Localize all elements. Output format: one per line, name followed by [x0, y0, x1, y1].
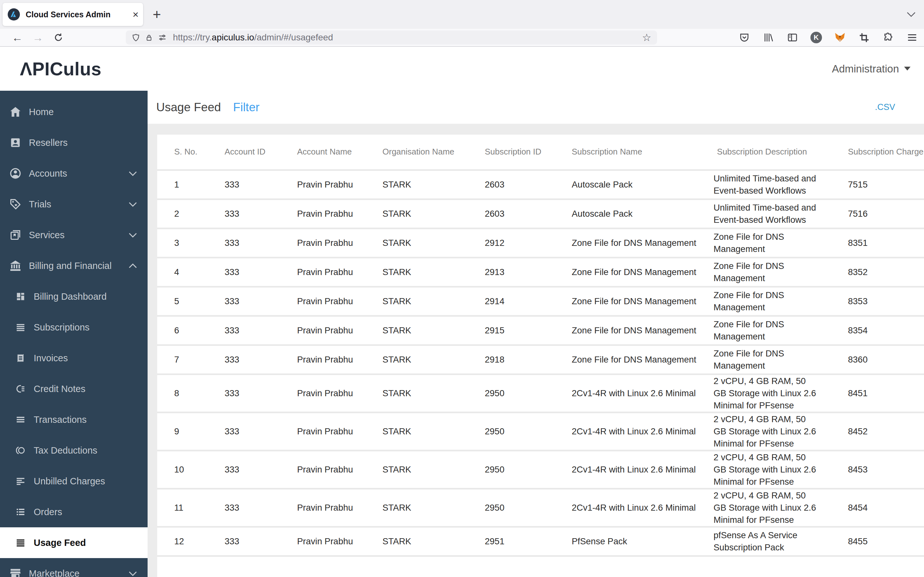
browser-tab[interactable]: Cloud Services Admin ×	[3, 3, 143, 26]
cell-subscription-charge: 8452	[831, 412, 924, 450]
pocket-icon[interactable]	[738, 31, 750, 44]
cell-subscription-charge: 8453	[831, 450, 924, 488]
sidebar-item-trials[interactable]: Trials	[0, 189, 148, 219]
sidebar-toggle-icon[interactable]	[787, 31, 798, 44]
chevron-down-icon	[129, 233, 137, 237]
trials-tag-icon	[9, 198, 22, 211]
cell-organisation-name: STARK	[363, 287, 465, 316]
receipt-icon	[15, 353, 26, 364]
sidebar-item-invoices[interactable]: Invoices	[0, 343, 148, 374]
column-header-account-name[interactable]: Account Name	[276, 135, 363, 170]
sidebar-item-label: Usage Feed	[34, 538, 86, 548]
back-button[interactable]: ←	[7, 29, 27, 46]
sidebar-item-home[interactable]: Home	[0, 97, 148, 127]
cell-account-id: 333	[205, 258, 276, 287]
cell-organisation-name: STARK	[363, 199, 465, 228]
table-header-row: S. No. Account ID Account Name Organisat…	[157, 135, 924, 170]
list-all-tabs-chevron-icon[interactable]	[907, 12, 916, 17]
column-header-subscription-charge[interactable]: Subscription Charge	[831, 135, 924, 170]
sidebar-item-usage-feed[interactable]: Usage Feed	[0, 527, 148, 558]
column-header-subscription-description[interactable]: Subscription Description	[693, 135, 831, 170]
cell-s-no: 10	[157, 450, 205, 488]
sidebar-item-subscriptions[interactable]: Subscriptions	[0, 312, 148, 343]
sidebar-item-label: Subscriptions	[34, 322, 89, 333]
cell-subscription-description: Zone File for DNS Management	[693, 287, 831, 316]
sidebar-item-credit-notes[interactable]: Credit Notes	[0, 374, 148, 404]
sidebar-item-tax-deductions[interactable]: Tax Deductions	[0, 435, 148, 466]
sidebar-item-label: Marketplace	[29, 568, 79, 577]
sidebar-item-resellers[interactable]: Resellers	[0, 127, 148, 158]
cell-subscription-charge: 8455	[831, 527, 924, 556]
home-icon	[9, 105, 22, 118]
cell-subscription-charge: 8451	[831, 374, 924, 412]
column-header-s-no[interactable]: S. No.	[157, 135, 205, 170]
cell-subscription-name: PfSense Pack	[552, 527, 693, 556]
browser-toolbar: ← → https://try.apiculus.io/admin/#/usag…	[0, 29, 924, 47]
bookmark-star-icon[interactable]: ☆	[642, 31, 651, 44]
table-row: 9 333 Pravin Prabhu STARK 2950 2Cv1-4R w…	[157, 412, 924, 450]
column-header-subscription-name[interactable]: Subscription Name	[552, 135, 693, 170]
cell-subscription-id: 2914	[465, 287, 552, 316]
browser-window: Cloud Services Admin × + ← → https://try…	[0, 0, 924, 577]
usage-feed-table: S. No. Account ID Account Name Organisat…	[157, 135, 924, 557]
filter-link[interactable]: Filter	[233, 101, 260, 114]
menu-hamburger-icon[interactable]	[906, 31, 918, 44]
metamask-fox-icon[interactable]	[834, 31, 846, 44]
column-header-organisation-name[interactable]: Organisation Name	[363, 135, 465, 170]
cell-subscription-description: 2 vCPU, 4 GB RAM, 50 GB Storage with Lin…	[693, 450, 831, 488]
services-icon	[9, 229, 22, 242]
cell-organisation-name: STARK	[363, 527, 465, 556]
cell-account-id: 333	[205, 527, 276, 556]
cell-organisation-name: STARK	[363, 170, 465, 199]
cell-subscription-charge: 8454	[831, 488, 924, 527]
main-content: Usage Feed Filter .CSV S. No. Acco	[148, 91, 924, 577]
csv-export-link[interactable]: .CSV	[875, 102, 895, 112]
cell-subscription-id: 2950	[465, 450, 552, 488]
sidebar-item-label: Accounts	[29, 168, 67, 179]
apiculus-favicon-icon	[8, 8, 20, 21]
reload-button[interactable]	[48, 29, 69, 46]
library-icon[interactable]	[762, 31, 774, 44]
permissions-icon[interactable]	[158, 33, 167, 42]
cell-account-name: Pravin Prabhu	[276, 374, 363, 412]
forward-button[interactable]: →	[27, 29, 48, 46]
cell-subscription-description: Zone File for DNS Management	[693, 258, 831, 287]
cell-subscription-description: 2 vCPU, 4 GB RAM, 50 GB Storage with Lin…	[693, 412, 831, 450]
sidebar-item-marketplace[interactable]: Marketplace	[0, 558, 148, 577]
cell-subscription-description: Unlimited Time-based and Event-based Wor…	[693, 199, 831, 228]
table-row: 10 333 Pravin Prabhu STARK 2950 2Cv1-4R …	[157, 450, 924, 488]
page-title: Usage Feed	[156, 101, 221, 114]
sidebar-item-billing-and-financial[interactable]: Billing and Financial	[0, 250, 148, 281]
chevron-down-icon	[129, 171, 137, 176]
sidebar-item-unbilled-charges[interactable]: Unbilled Charges	[0, 466, 148, 496]
column-header-subscription-id[interactable]: Subscription ID	[465, 135, 552, 170]
url-bar[interactable]: https://try.apiculus.io/admin/#/usagefee…	[126, 31, 657, 45]
url-text[interactable]: https://try.apiculus.io/admin/#/usagefee…	[173, 32, 333, 43]
new-tab-button[interactable]: +	[153, 7, 161, 21]
cell-subscription-id: 2912	[465, 228, 552, 258]
administration-menu[interactable]: Administration	[832, 63, 911, 75]
extensions-puzzle-icon[interactable]	[882, 31, 894, 44]
crop-extension-icon[interactable]	[858, 31, 870, 44]
table-row: 3 333 Pravin Prabhu STARK 2912 Zone File…	[157, 228, 924, 258]
chevron-up-icon	[129, 263, 137, 268]
tab-close-icon[interactable]: ×	[132, 9, 139, 19]
sidebar-item-transactions[interactable]: Transactions	[0, 404, 148, 435]
lock-icon[interactable]	[145, 34, 153, 42]
sidebar-item-billing-dashboard[interactable]: Billing Dashboard	[0, 281, 148, 312]
extension-k-icon[interactable]: K	[811, 32, 822, 43]
page-title-bar: Usage Feed Filter .CSV	[148, 91, 924, 124]
cell-subscription-description: 2 vCPU, 4 GB RAM, 50 GB Storage with Lin…	[693, 488, 831, 527]
cell-account-id: 333	[205, 450, 276, 488]
sidebar-item-label: Resellers	[29, 137, 68, 148]
sidebar-item-services[interactable]: Services	[0, 219, 148, 250]
column-header-account-id[interactable]: Account ID	[205, 135, 276, 170]
sidebar-item-orders[interactable]: Orders	[0, 496, 148, 527]
cell-subscription-description: Zone File for DNS Management	[693, 228, 831, 258]
cell-subscription-name: Autoscale Pack	[552, 170, 693, 199]
chevron-down-icon	[129, 202, 137, 207]
sidebar-item-accounts[interactable]: Accounts	[0, 158, 148, 189]
shield-icon[interactable]	[132, 33, 140, 42]
cell-subscription-id: 2950	[465, 488, 552, 527]
usage-feed-icon	[15, 537, 26, 548]
